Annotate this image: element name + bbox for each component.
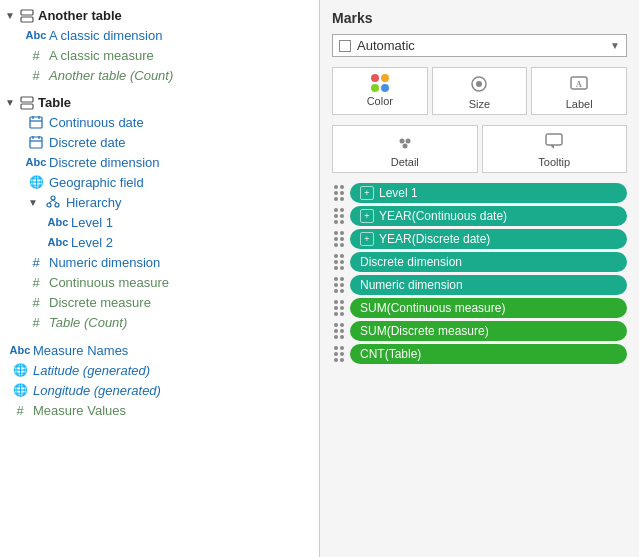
section-table[interactable]: ▼ Table: [0, 93, 319, 112]
pill-year-discrete[interactable]: + YEAR(Discrete date): [350, 229, 627, 249]
color-button-label: Color: [367, 95, 393, 107]
field-label: Level 1: [71, 215, 113, 230]
left-panel: ▼ Another table Abc A classic dimension …: [0, 0, 320, 557]
tooltip-icon: [544, 132, 564, 153]
toggle-icon-table: ▼: [4, 97, 16, 109]
pill-numeric-dimension[interactable]: Numeric dimension: [350, 275, 627, 295]
db-icon-table: [20, 96, 34, 110]
tooltip-button-label: Tooltip: [538, 156, 570, 168]
svg-line-16: [53, 200, 57, 203]
list-item[interactable]: # Table (Count): [0, 312, 319, 332]
list-item[interactable]: Abc Measure Names: [0, 340, 319, 360]
pill-expand-icon: +: [360, 209, 374, 223]
svg-point-22: [405, 139, 410, 144]
svg-point-13: [47, 203, 51, 207]
size-icon: [469, 74, 489, 95]
abc-icon: Abc: [28, 27, 44, 43]
field-label: Table (Count): [49, 315, 127, 330]
list-item[interactable]: Continuous date: [0, 112, 319, 132]
field-label: A classic dimension: [49, 28, 162, 43]
list-item[interactable]: # Numeric dimension: [0, 252, 319, 272]
dropdown-arrow-icon: ▼: [610, 40, 620, 51]
pill-label: Discrete dimension: [360, 255, 462, 269]
list-item[interactable]: # Measure Values: [0, 400, 319, 420]
svg-point-14: [55, 203, 59, 207]
list-item[interactable]: # Discrete measure: [0, 292, 319, 312]
field-label: Geographic field: [49, 175, 144, 190]
dropdown-label: Automatic: [357, 38, 604, 53]
section-title-table: Table: [38, 95, 71, 110]
list-item[interactable]: 🌐 Latitude (generated): [0, 360, 319, 380]
svg-line-15: [49, 200, 53, 203]
toggle-icon-hierarchy: ▼: [28, 197, 38, 208]
field-label: Discrete measure: [49, 295, 151, 310]
pill-item: CNT(Table): [332, 344, 627, 364]
pill-label: SUM(Discrete measure): [360, 324, 489, 338]
list-item[interactable]: Abc Level 2: [0, 232, 319, 252]
svg-rect-0: [21, 10, 33, 15]
field-list-measures: Abc Measure Names 🌐 Latitude (generated)…: [0, 340, 319, 420]
pill-discrete-dimension[interactable]: Discrete dimension: [350, 252, 627, 272]
color-button[interactable]: Color: [332, 67, 428, 115]
hash-icon: #: [28, 294, 44, 310]
list-item[interactable]: # Continuous measure: [0, 272, 319, 292]
pill-label: YEAR(Continuous date): [379, 209, 507, 223]
pill-item: + YEAR(Continuous date): [332, 206, 627, 226]
list-item[interactable]: Discrete date: [0, 132, 319, 152]
tooltip-button[interactable]: Tooltip: [482, 125, 628, 173]
pill-sum-discrete[interactable]: SUM(Discrete measure): [350, 321, 627, 341]
hash-icon: #: [12, 402, 28, 418]
label-button-label: Label: [566, 98, 593, 110]
automatic-checkbox-icon: [339, 40, 351, 52]
list-item[interactable]: # Another table (Count): [0, 65, 319, 85]
svg-rect-4: [30, 117, 42, 128]
pill-year-continuous[interactable]: + YEAR(Continuous date): [350, 206, 627, 226]
list-item[interactable]: 🌐 Geographic field: [0, 172, 319, 192]
pill-sum-continuous[interactable]: SUM(Continuous measure): [350, 298, 627, 318]
marks-type-dropdown[interactable]: Automatic ▼: [332, 34, 627, 57]
color-icon: [371, 74, 389, 92]
svg-point-12: [51, 196, 55, 200]
globe-icon: 🌐: [12, 362, 28, 378]
svg-text:A: A: [576, 80, 582, 89]
detail-button-label: Detail: [391, 156, 419, 168]
marks-title: Marks: [332, 10, 627, 26]
field-label: Measure Names: [33, 343, 128, 358]
list-item[interactable]: Abc Level 1: [0, 212, 319, 232]
field-label: Hierarchy: [66, 195, 122, 210]
svg-point-23: [402, 144, 407, 149]
pill-drag-handle: [332, 254, 346, 270]
label-button[interactable]: A Label: [531, 67, 627, 115]
section-another-table[interactable]: ▼ Another table: [0, 6, 319, 25]
list-item[interactable]: ▼ Hierarchy: [0, 192, 319, 212]
abc-icon: Abc: [12, 342, 28, 358]
pill-drag-handle: [332, 231, 346, 247]
list-item[interactable]: # A classic measure: [0, 45, 319, 65]
size-button-label: Size: [469, 98, 490, 110]
size-button[interactable]: Size: [432, 67, 528, 115]
pill-drag-handle: [332, 323, 346, 339]
field-label: Another table (Count): [49, 68, 173, 83]
svg-rect-1: [21, 17, 33, 22]
pill-list: + Level 1 + YEAR(Continuous date): [332, 183, 627, 364]
right-panel: Marks Automatic ▼ Color Size: [320, 0, 639, 557]
field-label: Discrete date: [49, 135, 126, 150]
list-item[interactable]: Abc Discrete dimension: [0, 152, 319, 172]
svg-rect-24: [546, 134, 562, 145]
hierarchy-icon: [45, 194, 61, 210]
pill-cnt-table[interactable]: CNT(Table): [350, 344, 627, 364]
pill-item: SUM(Continuous measure): [332, 298, 627, 318]
svg-point-18: [476, 81, 482, 87]
pill-label: Level 1: [379, 186, 418, 200]
field-label: Longitude (generated): [33, 383, 161, 398]
field-label: Discrete dimension: [49, 155, 160, 170]
field-label: Measure Values: [33, 403, 126, 418]
hash-icon: #: [28, 274, 44, 290]
svg-point-21: [399, 139, 404, 144]
detail-button[interactable]: Detail: [332, 125, 478, 173]
pill-label: Numeric dimension: [360, 278, 463, 292]
pill-level1[interactable]: + Level 1: [350, 183, 627, 203]
globe-icon: 🌐: [12, 382, 28, 398]
list-item[interactable]: 🌐 Longitude (generated): [0, 380, 319, 400]
list-item[interactable]: Abc A classic dimension: [0, 25, 319, 45]
